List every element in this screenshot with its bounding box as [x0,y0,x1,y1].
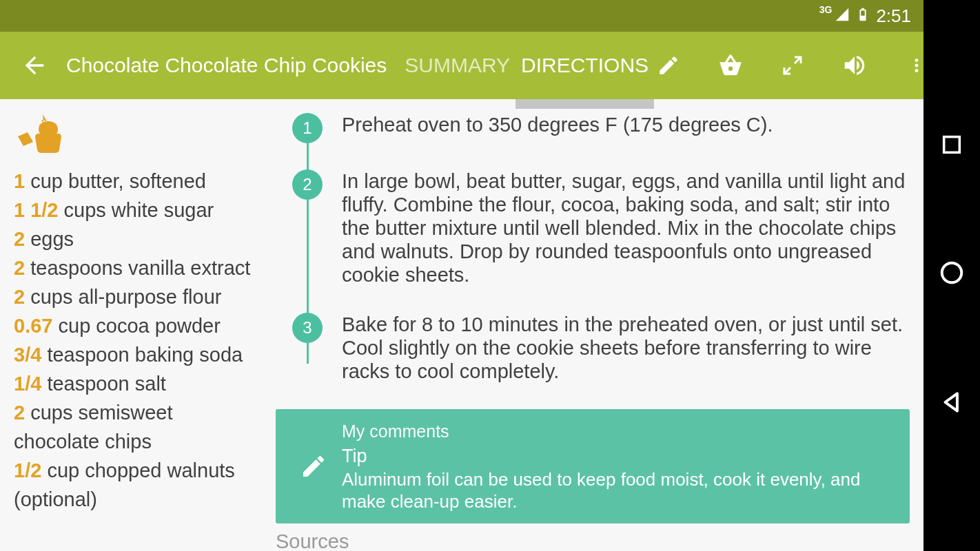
volume-icon[interactable] [840,51,869,80]
ingredient-qty: 3/4 [14,344,41,366]
ingredient-item[interactable]: 3/4 teaspoon baking soda [14,340,262,369]
app-bar: Chocolate Chocolate Chip Cookies SUMMARY… [0,32,923,99]
ingredient-text: teaspoons vanilla extract [25,257,250,279]
nav-home-icon[interactable] [939,260,965,289]
ingredient-text: cup cocoa powder [52,315,220,337]
overflow-menu-icon[interactable] [902,51,923,80]
step-item[interactable]: 2In large bowl, beat butter, sugar, eggs… [276,169,910,287]
ingredient-qty: 2 [14,402,25,424]
ingredient-qty: 1/2 [14,459,41,481]
svg-point-2 [942,263,962,283]
steps-list: 1Preheat oven to 350 degrees F (175 degr… [276,113,910,383]
step-text: In large bowl, beat butter, sugar, eggs,… [342,169,910,287]
ingredients-list: 1 cup butter, softened1 1/2 cups white s… [14,167,262,514]
ingredient-text: teaspoon baking soda [41,344,243,366]
ingredient-item[interactable]: 2 eggs [14,225,262,253]
comments-box[interactable]: My comments Tip Aluminum foil can be use… [276,409,910,523]
ingredient-text: cup butter, softened [25,170,206,192]
tab-summary[interactable]: SUMMARY [399,32,515,99]
content-area: 1 cup butter, softened1 1/2 cups white s… [0,99,923,551]
ingredient-item[interactable]: 0.67 cup cocoa powder [14,311,262,340]
comments-content: My comments Tip Aluminum foil can be use… [342,420,896,512]
ingredient-text: cups semisweet chocolate chips [14,402,173,453]
ingredient-item[interactable]: 1 1/2 cups white sugar [14,196,262,225]
directions-panel: 1Preheat oven to 350 degrees F (175 degr… [276,99,923,551]
status-bar: 3G 2:51 [0,0,923,32]
clock-time: 2:51 [876,6,911,27]
back-button[interactable] [21,45,48,86]
ingredient-qty: 0.67 [14,315,52,337]
step-number: 2 [292,169,323,200]
step-number: 1 [292,113,323,143]
ingredient-qty: 1 1/2 [14,199,59,221]
ingredient-item[interactable]: 1/2 cup chopped walnuts (optional) [14,456,262,514]
android-nav-bar [923,0,980,551]
ingredient-text: eggs [25,228,74,250]
ingredient-qty: 1 [14,170,25,192]
ingredient-text: cups all-purpose flour [25,286,221,308]
nav-recent-icon[interactable] [940,133,963,159]
ingredient-item[interactable]: 2 cups semisweet chocolate chips [14,398,262,456]
comments-subtitle: Tip [342,445,896,467]
comments-heading: My comments [342,420,896,442]
ingredients-icon [14,113,68,154]
ingredient-qty: 2 [14,286,25,308]
ingredient-qty: 1/4 [14,373,41,395]
ingredient-item[interactable]: 1 cup butter, softened [14,167,262,196]
step-text: Preheat oven to 350 degrees F (175 degre… [342,113,773,143]
step-item[interactable]: 1Preheat oven to 350 degrees F (175 degr… [276,113,910,143]
tab-directions[interactable]: DIRECTIONS [515,32,654,99]
battery-icon [855,6,870,27]
basket-icon[interactable] [716,51,745,80]
ingredients-panel: 1 cup butter, softened1 1/2 cups white s… [0,99,276,551]
ingredient-text: cup chopped walnuts (optional) [14,459,235,510]
ingredient-qty: 2 [14,257,25,279]
comments-body: Aluminum foil can be used to keep food m… [342,468,896,512]
ingredient-text: teaspoon salt [41,373,166,395]
ingredient-item[interactable]: 2 cups all-purpose flour [14,282,262,311]
step-item[interactable]: 3Bake for 8 to 10 minutes in the preheat… [276,313,910,383]
nav-back-icon[interactable] [939,389,965,418]
step-number: 3 [292,313,323,343]
network-indicator: 3G [819,4,833,15]
pencil-icon [296,449,331,484]
svg-rect-1 [944,137,960,153]
ingredient-qty: 2 [14,228,25,250]
step-text: Bake for 8 to 10 minutes in the preheate… [342,313,910,383]
sources-label[interactable]: Sources [276,530,910,551]
ingredient-item[interactable]: 2 teaspoons vanilla extract [14,253,262,282]
fullscreen-icon[interactable] [778,51,807,80]
tab-bar: SUMMARY DIRECTIONS [399,32,654,99]
recipe-title: Chocolate Chocolate Chip Cookies [66,54,387,77]
signal-icon [835,6,850,27]
ingredient-item[interactable]: 1/4 teaspoon salt [14,369,262,398]
ingredient-text: cups white sugar [59,199,214,221]
edit-icon[interactable] [654,51,683,80]
